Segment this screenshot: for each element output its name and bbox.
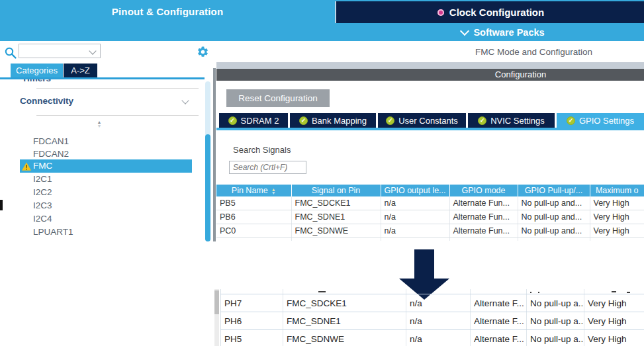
- sidebar-scrollbar-thumb[interactable]: [205, 134, 210, 241]
- clipped-text-artifact: [627, 292, 630, 293]
- tab-user-constants[interactable]: ✓ User Constants: [378, 113, 466, 128]
- sidebar-item-lpuart1[interactable]: LPUART1: [0, 226, 205, 239]
- sidebar-item-i2c1[interactable]: I2C1: [0, 173, 205, 186]
- search-icon: [4, 46, 17, 60]
- sort-indicator-icon: ▲▼: [271, 188, 276, 195]
- chevron-down-icon: [460, 26, 469, 35]
- peripheral-list: Timers Connectivity ▲ ▼ FDCAN1 FDCAN2 FM: [0, 79, 205, 241]
- reset-configuration-button[interactable]: Reset Configuration: [226, 89, 330, 107]
- clipped-text-artifact: [538, 292, 539, 293]
- clipped-text-artifact: [612, 291, 616, 292]
- software-packs-toggle[interactable]: Software Packs: [357, 23, 644, 41]
- column-header-max-output[interactable]: Maximum o: [590, 185, 644, 196]
- sidebar-item-i2c2[interactable]: I2C2: [0, 186, 205, 199]
- tab-sdram2[interactable]: ✓ SDRAM 2: [219, 113, 288, 128]
- divider: [36, 88, 199, 89]
- table-row[interactable]: PH7FMC_SDCKE1n/a Alternate F...No pull-u…: [221, 294, 644, 312]
- clipped-row: [216, 238, 644, 241]
- sidebar-item-i2c4[interactable]: I2C4: [0, 212, 205, 226]
- tab-label: Bank Mapping: [312, 116, 367, 126]
- sidebar-item-fdcan2[interactable]: FDCAN2: [0, 148, 205, 161]
- table-row[interactable]: PH6FMC_SDNE1n/a Alternate F...No pull-up…: [221, 312, 644, 330]
- check-icon: ✓: [299, 116, 308, 125]
- tab-label: SDRAM 2: [241, 116, 279, 126]
- sidebar-item-i2c3[interactable]: I2C3: [0, 199, 205, 212]
- gear-icon[interactable]: [197, 46, 209, 58]
- search-signals-label: Search Signals: [233, 145, 291, 155]
- tab-gpio-settings[interactable]: ✓ GPIO Settings: [557, 113, 644, 128]
- list-sort-control[interactable]: ▲ ▼: [93, 120, 106, 128]
- check-icon: ✓: [228, 116, 237, 125]
- tab-pinout-configuration[interactable]: Pinout & Configuration: [0, 0, 335, 23]
- software-packs-bar: Software Packs: [0, 23, 644, 41]
- stm32cubemx-pinout-screen: Pinout & Configuration Clock Configurati…: [0, 0, 644, 346]
- sidebar-item-mdios-clipped[interactable]: MDIOS: [0, 238, 205, 241]
- clipped-text-artifact: [318, 291, 326, 292]
- sidebar-tab-categories[interactable]: Categories: [11, 64, 63, 77]
- tab-clock-label: Clock Configuration: [449, 7, 544, 18]
- bottom-scrollbar-thumb[interactable]: [214, 290, 219, 314]
- top-tab-bar: Pinout & Configuration Clock Configurati…: [0, 0, 644, 23]
- column-header-pin-name[interactable]: Pin Name▲▼: [216, 185, 291, 196]
- column-header-gpio-mode[interactable]: GPIO mode: [449, 185, 518, 196]
- sidebar-item-fdcan1[interactable]: FDCAN1: [0, 135, 205, 148]
- peripheral-sidebar: Categories A->Z Timers Connectivity ▲ ▼ …: [0, 41, 216, 241]
- sidebar-item-label: FMC: [33, 161, 52, 171]
- check-icon: ✓: [478, 116, 486, 125]
- peripheral-filter-combobox[interactable]: [19, 44, 101, 58]
- divider: [36, 115, 199, 116]
- tab-bank-mapping[interactable]: ✓ Bank Mapping: [290, 113, 376, 128]
- panel-title: FMC Mode and Configuration: [424, 47, 644, 57]
- combobox-chevron-icon: [89, 47, 96, 54]
- tab-nvic-settings[interactable]: ✓ NVIC Settings: [468, 113, 555, 128]
- table-row[interactable]: PC0FMC_SDNWEn/a Alternate Fun...No pull-…: [216, 224, 644, 238]
- check-icon: ✓: [567, 116, 575, 125]
- software-packs-label: Software Packs: [473, 27, 544, 38]
- clock-status-icon: [437, 9, 444, 16]
- screen-edge-artifact: [0, 200, 3, 210]
- clipped-text-artifact: [530, 292, 531, 293]
- sidebar-tab-a-z[interactable]: A->Z: [64, 64, 97, 77]
- gpio-settings-table-scrolled: PH7FMC_SDCKE1n/a Alternate F...No pull-u…: [220, 289, 644, 346]
- sort-down-icon: ▼: [93, 124, 106, 128]
- configuration-section-bar: Configuration: [216, 69, 644, 81]
- search-signals-input[interactable]: [229, 161, 306, 174]
- column-header-pullup[interactable]: GPIO Pull-up/...: [518, 185, 590, 196]
- tab-label: NVIC Settings: [490, 116, 545, 126]
- category-connectivity[interactable]: Connectivity: [0, 94, 205, 108]
- warning-icon: [22, 162, 31, 171]
- column-header-signal[interactable]: Signal on Pin: [291, 185, 381, 196]
- column-header-output-level[interactable]: GPIO output le...: [381, 185, 449, 196]
- panel-light-bar: [216, 62, 644, 69]
- check-icon: ✓: [386, 116, 394, 125]
- gpio-settings-table: Pin Name▲▼ Signal on Pin GPIO output le.…: [216, 185, 644, 241]
- tab-clock-configuration[interactable]: Clock Configuration: [335, 1, 644, 23]
- table-header-row: Pin Name▲▼ Signal on Pin GPIO output le.…: [216, 185, 644, 196]
- category-label: Connectivity: [20, 96, 73, 106]
- table-row[interactable]: PB5FMC_SDCKE1n/a Alternate Fun...No pull…: [216, 196, 644, 210]
- configuration-section-label: Configuration: [397, 69, 644, 81]
- sidebar-item-fmc[interactable]: FMC: [20, 159, 192, 173]
- config-tab-underline: [216, 128, 644, 130]
- chevron-down-icon: [181, 97, 189, 104]
- panel-divider[interactable]: [213, 68, 216, 241]
- down-arrow-annotation: [414, 249, 434, 279]
- category-timers-clipped[interactable]: Timers: [0, 79, 205, 86]
- tab-label: GPIO Settings: [579, 116, 634, 126]
- tab-label: User Constants: [398, 116, 458, 126]
- clipped-row: [221, 289, 644, 294]
- table-row[interactable]: PH5FMC_SDNWEn/a Alternate F...No pull-up…: [221, 330, 644, 346]
- table-row[interactable]: PB6FMC_SDNE1n/a Alternate Fun...No pull-…: [216, 210, 644, 224]
